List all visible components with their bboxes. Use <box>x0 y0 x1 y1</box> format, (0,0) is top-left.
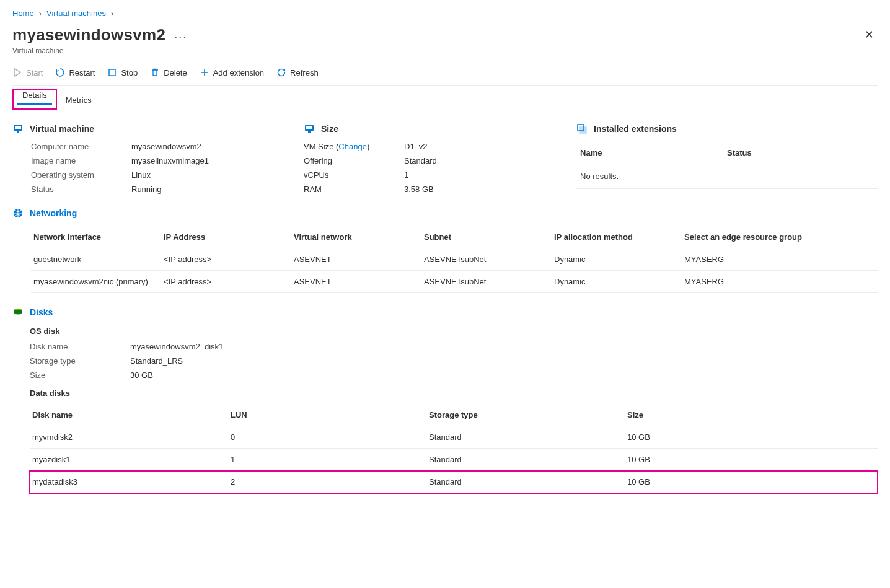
net-row[interactable]: myasewindowsvm2nic (primary) <IP address… <box>31 271 878 293</box>
disks-heading-link[interactable]: Disks <box>30 307 53 317</box>
net-col-ip: IP Address <box>164 232 294 242</box>
net-alloc: Dynamic <box>554 277 684 286</box>
vcpus-value: 1 <box>404 170 564 180</box>
extension-icon <box>576 123 588 134</box>
svg-rect-5 <box>306 126 312 129</box>
restart-icon <box>55 68 65 77</box>
net-col-rg: Select an edge resource group <box>684 232 875 242</box>
os-key: Operating system <box>31 170 124 180</box>
dd-name: myazdisk1 <box>32 455 231 464</box>
vmsize-value: D1_v2 <box>404 142 564 151</box>
dd-type: Standard <box>429 477 627 486</box>
os-value: Linux <box>131 170 291 180</box>
breadcrumb-virtual-machines[interactable]: Virtual machines <box>46 9 106 18</box>
dd-col-type: Storage type <box>429 410 627 419</box>
net-col-iface: Network interface <box>33 232 164 242</box>
refresh-button[interactable]: Refresh <box>276 68 319 77</box>
dd-col-lun: LUN <box>231 410 429 419</box>
data-disk-header-row: Disk name LUN Storage type Size <box>30 404 878 426</box>
ram-value: 3.58 GB <box>404 185 564 194</box>
disks-section: Disks OS disk Disk name myasewindowsvm2_… <box>12 307 878 493</box>
chevron-right-icon: › <box>111 9 113 18</box>
restart-button[interactable]: Restart <box>55 68 95 77</box>
dd-type: Standard <box>429 432 627 442</box>
data-disk-row[interactable]: myvmdisk2 0 Standard 10 GB <box>30 426 878 449</box>
vm-icon <box>12 123 24 134</box>
data-disks-subheading: Data disks <box>12 388 878 398</box>
refresh-label: Refresh <box>290 68 319 77</box>
svg-rect-2 <box>15 126 21 129</box>
breadcrumb: Home › Virtual machines › <box>12 9 878 18</box>
dd-name: mydatadisk3 <box>32 477 231 486</box>
change-vmsize-link[interactable]: Change <box>338 142 367 151</box>
net-vnet: ASEVNET <box>294 255 424 264</box>
start-button[interactable]: Start <box>12 68 43 77</box>
data-disk-row[interactable]: myazdisk1 1 Standard 10 GB <box>30 449 878 471</box>
os-disk-size-key: Size <box>30 371 123 380</box>
close-button[interactable]: ✕ <box>861 24 878 45</box>
net-iface: myasewindowsvm2nic (primary) <box>33 277 164 286</box>
trash-icon <box>150 68 160 77</box>
page-title: myasewindowsvm2 <box>12 25 165 45</box>
ext-col-status: Status <box>727 148 874 157</box>
resource-type-label: Virtual machine <box>12 46 878 55</box>
dd-col-name: Disk name <box>32 410 231 419</box>
os-disk-name-key: Disk name <box>30 342 123 351</box>
status-value: Running <box>131 185 291 194</box>
vm-icon <box>304 123 315 134</box>
net-row[interactable]: guestnetwork <IP address> ASEVNET ASEVNE… <box>31 248 878 271</box>
os-disk-storage-value: Standard_LRS <box>130 356 878 366</box>
image-name-value: myaselinuxvmimage1 <box>131 156 291 165</box>
dd-col-size: Size <box>627 410 875 419</box>
command-bar: Start Restart Stop Delete Add extension … <box>12 64 878 86</box>
tab-details[interactable]: Details <box>14 84 56 105</box>
status-key: Status <box>31 185 124 194</box>
net-col-alloc: IP allocation method <box>554 232 684 242</box>
dd-size: 10 GB <box>627 477 875 486</box>
tab-bar: Details Metrics <box>12 89 878 110</box>
dd-lun: 1 <box>231 455 429 464</box>
net-col-vnet: Virtual network <box>294 232 424 242</box>
extensions-section: Installed extensions Name Status No resu… <box>576 123 878 189</box>
os-disk-subheading: OS disk <box>12 327 878 336</box>
start-label: Start <box>26 68 43 77</box>
dd-size: 10 GB <box>627 455 875 464</box>
networking-header-row: Network interface IP Address Virtual net… <box>31 226 878 248</box>
tab-metrics[interactable]: Metrics <box>57 89 100 110</box>
restart-label: Restart <box>69 68 95 77</box>
breadcrumb-home[interactable]: Home <box>12 9 34 18</box>
delete-button[interactable]: Delete <box>150 68 187 77</box>
net-col-subnet: Subnet <box>424 232 554 242</box>
add-extension-label: Add extension <box>213 68 264 77</box>
svg-rect-6 <box>308 131 311 133</box>
stop-label: Stop <box>121 68 138 77</box>
dd-name: myvmdisk2 <box>32 432 231 442</box>
vm-heading: Virtual machine <box>30 124 94 134</box>
image-name-key: Image name <box>31 156 124 165</box>
vmsize-key: VM Size (Change) <box>304 142 397 151</box>
extensions-heading: Installed extensions <box>594 124 677 134</box>
net-subnet: ASEVNETsubNet <box>424 255 554 264</box>
computer-name-key: Computer name <box>31 142 124 151</box>
net-iface: guestnetwork <box>33 255 164 264</box>
offering-key: Offering <box>304 156 397 165</box>
more-actions-button[interactable]: ··· <box>174 30 187 43</box>
net-subnet: ASEVNETsubNet <box>424 277 554 286</box>
virtual-machine-section: Virtual machine Computer name myasewindo… <box>12 123 291 194</box>
stop-icon <box>107 68 117 77</box>
svg-rect-0 <box>109 69 115 76</box>
data-disk-row-highlighted[interactable]: mydatadisk3 2 Standard 10 GB <box>30 471 878 493</box>
net-rg: MYASERG <box>684 255 875 264</box>
net-rg: MYASERG <box>684 277 875 286</box>
networking-heading-link[interactable]: Networking <box>30 208 77 218</box>
refresh-icon <box>276 68 286 77</box>
play-icon <box>12 68 22 77</box>
add-extension-button[interactable]: Add extension <box>200 68 264 77</box>
network-icon <box>12 208 24 219</box>
svg-rect-8 <box>580 127 586 133</box>
stop-button[interactable]: Stop <box>107 68 138 77</box>
os-disk-size-value: 30 GB <box>130 371 878 380</box>
computer-name-value: myasewindowsvm2 <box>131 142 291 151</box>
net-ip: <IP address> <box>164 255 294 264</box>
ram-key: RAM <box>304 185 397 194</box>
